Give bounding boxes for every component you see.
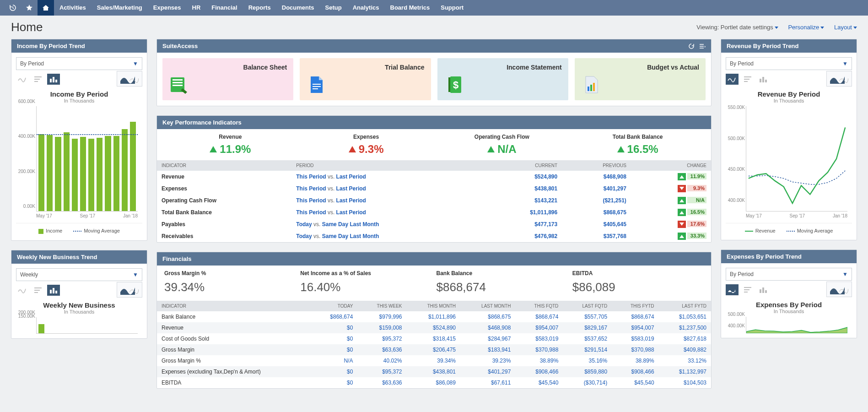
financials-portlet: Financials Gross Margin %39.34%Net Incom… [156,252,712,389]
svg-rect-13 [448,77,450,92]
nav-financial[interactable]: Financial [206,4,243,11]
nav-documents[interactable]: Documents [276,4,320,11]
income-portlet: Income By Period Trend By Period▼ Income… [11,39,147,241]
fin-row[interactable]: Expenses (excluding Tax,Dep'n & Amort)$0… [157,366,711,377]
tile-trial-balance[interactable]: Trial Balance [300,58,431,100]
svg-rect-8 [173,82,183,83]
nav-support[interactable]: Support [435,4,469,11]
document-icon [306,75,326,95]
chart-type-bar-icon[interactable] [757,284,770,295]
home-icon[interactable] [38,0,54,16]
svg-rect-1 [53,77,54,82]
fin-row[interactable]: Cost of Goods Sold$0$95,372$318,415$284,… [157,333,711,344]
nav-boardmetrics[interactable]: Board Metrics [385,4,436,11]
weekly-chart: 150.00K200.00K [36,317,138,334]
chart-type-area-icon[interactable] [726,284,739,295]
svg-rect-12 [313,88,318,89]
svg-text:$: $ [453,79,458,91]
svg-rect-4 [53,288,54,293]
income-chart: 0.00K200.00K400.00K600.00K [36,106,138,211]
chart-preview-icon[interactable] [826,71,852,87]
fin-row[interactable]: Gross Margin %N/A40.02%39.34%39.23%38.89… [157,355,711,366]
tile-budget-vs-actual[interactable]: Budget vs Actual [575,58,706,100]
kpi-row[interactable]: ExpensesThis Period vs. Last Period$438,… [157,183,711,195]
fin-row[interactable]: Gross Margin$0$63,636$206,475$183,941$37… [157,344,711,355]
svg-rect-21 [765,80,767,82]
fin-row[interactable]: Bank Balance$868,674$979,996$1,011,896$8… [157,311,711,322]
svg-rect-7 [173,79,183,81]
kpi-row[interactable]: PayablesToday vs. Same Day Last Month$47… [157,218,711,230]
weekly-select[interactable]: Weekly▼ [16,268,142,281]
income-select[interactable]: By Period▼ [16,57,142,70]
chart-preview-icon[interactable] [117,71,142,87]
fin-row[interactable]: Revenue$0$159,008$524,890$468,908$954,00… [157,322,711,333]
kpi-row[interactable]: RevenueThis Period vs. Last Period$524,8… [157,171,711,183]
spreadsheet-icon [169,75,189,95]
fin-row[interactable]: EBITDA$0$63,636$86,089$67,611$45,540($30… [157,377,711,388]
weekly-portlet: Weekly New Business Trend Weekly▼ Weekly… [11,250,147,339]
chart-type-bar-icon[interactable] [47,74,60,85]
svg-rect-23 [762,287,764,293]
chart-type-list-icon[interactable] [741,284,754,295]
svg-rect-20 [762,77,764,82]
kpi-row[interactable]: Operating Cash FlowThis Period vs. Last … [157,195,711,206]
layout-link[interactable]: Layout [834,24,852,31]
nav-setup[interactable]: Setup [320,4,347,11]
svg-rect-17 [590,85,592,91]
refresh-icon[interactable] [688,43,695,49]
chart-type-bar-icon[interactable] [47,285,60,296]
kpi-table: INDICATORPERIODCURRENTPREVIOUSCHANGE Rev… [157,160,711,242]
nav-reports[interactable]: Reports [243,4,276,11]
nav-salesmarketing[interactable]: Sales/Marketing [92,4,148,11]
expenses-portlet: Expenses By Period Trend By Period▼ Expe… [721,249,857,338]
chart-type-list-icon[interactable] [741,74,754,85]
svg-rect-10 [313,84,321,85]
nav-hr[interactable]: HR [187,4,206,11]
chart-type-list-icon[interactable] [32,285,44,296]
revenue-select[interactable]: By Period▼ [726,57,852,70]
kpi-row[interactable]: Total Bank BalanceThis Period vs. Last P… [157,206,711,218]
expenses-select[interactable]: By Period▼ [726,268,852,281]
top-nav: ActivitiesSales/MarketingExpensesHRFinan… [0,0,868,16]
personalize-link[interactable]: Personalize [788,24,819,31]
chart-type-bar-icon[interactable] [757,74,770,85]
svg-rect-3 [50,290,52,293]
chart-type-list-icon[interactable] [32,74,44,85]
svg-rect-24 [765,290,767,293]
svg-rect-16 [588,87,589,91]
tile-income-statement[interactable]: Income Statement$ [437,58,568,100]
revenue-chart: 400.00K450.00K500.00K550.00K [746,106,847,211]
chart-preview-icon[interactable] [117,282,142,298]
page-title: Home [11,20,43,34]
star-icon[interactable] [21,0,38,16]
nav-expenses[interactable]: Expenses [148,4,187,11]
money-icon: $ [444,75,464,95]
svg-rect-5 [55,291,57,293]
expenses-chart: 400.00K500.00K [746,317,847,333]
financials-table: INDICATORTODAYTHIS WEEKTHIS MONTHLAST MO… [157,301,711,388]
head-links: Viewing: Portlet date settings Personali… [696,24,857,31]
chart-doc-icon [581,75,601,95]
svg-rect-18 [593,83,595,91]
svg-rect-19 [760,79,761,82]
suiteaccess-portlet: SuiteAccess Balance SheetTrial BalanceIn… [156,39,712,106]
kpi-row[interactable]: ReceivablesToday vs. Same Day Last Month… [157,230,711,242]
tile-balance-sheet[interactable]: Balance Sheet [162,58,293,100]
svg-rect-9 [173,85,183,86]
chart-preview-icon[interactable] [826,282,852,297]
chart-type-line-icon[interactable] [726,74,739,85]
menu-icon[interactable] [699,43,706,49]
svg-rect-0 [50,79,52,82]
kpi-portlet: Key Performance Indicators Revenue11.9%E… [156,115,712,243]
svg-rect-2 [55,80,57,82]
chart-type-line-icon[interactable] [16,74,29,85]
nav-analytics[interactable]: Analytics [347,4,385,11]
svg-rect-11 [313,86,321,87]
revenue-portlet: Revenue By Period Trend By Period▼ Reven… [721,39,857,240]
chart-type-line-icon[interactable] [16,285,29,296]
nav-activities[interactable]: Activities [54,4,92,11]
svg-rect-22 [760,289,761,293]
history-icon[interactable] [5,0,21,16]
